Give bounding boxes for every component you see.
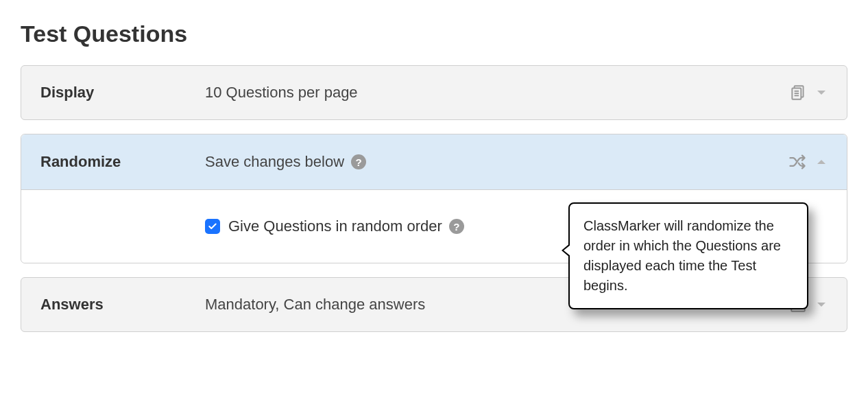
section-title: Test Questions xyxy=(21,21,847,47)
panel-randomize-controls xyxy=(788,152,828,172)
chevron-down-icon xyxy=(815,298,828,311)
option-random-order-row: Give Questions in random order ? ClassMa… xyxy=(21,217,828,235)
panel-answers-label: Answers xyxy=(40,296,205,314)
panel-display-value: 10 Questions per page xyxy=(205,84,789,102)
random-order-tooltip: ClassMarker will randomize the order in … xyxy=(568,202,808,309)
panel-display-header[interactable]: Display 10 Questions per page xyxy=(21,66,847,119)
random-order-label: Give Questions in random order xyxy=(228,217,442,235)
random-order-checkbox[interactable] xyxy=(205,219,220,234)
chevron-down-icon xyxy=(815,86,828,99)
panel-randomize-header[interactable]: Randomize Save changes below ? xyxy=(21,134,847,189)
help-icon[interactable]: ? xyxy=(449,219,464,234)
panel-display: Display 10 Questions per page xyxy=(21,65,847,120)
panel-randomize-value: Save changes below ? xyxy=(205,153,788,171)
shuffle-icon xyxy=(788,152,807,172)
panel-display-label: Display xyxy=(40,84,205,102)
documents-icon xyxy=(789,84,807,102)
panel-randomize-label: Randomize xyxy=(40,153,205,171)
help-icon[interactable]: ? xyxy=(351,154,366,169)
panel-display-controls xyxy=(789,84,828,102)
panel-randomize: Randomize Save changes below ? xyxy=(21,134,847,263)
panel-randomize-body: Give Questions in random order ? ClassMa… xyxy=(21,189,847,263)
chevron-up-icon xyxy=(815,156,828,168)
